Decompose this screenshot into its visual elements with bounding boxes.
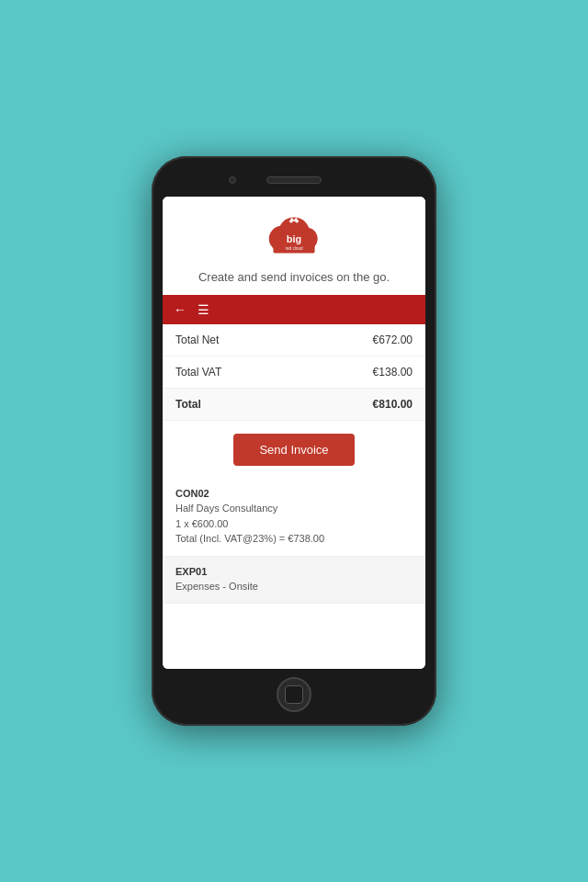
line-item-exp01: EXP01 Expenses - Onsite [163,557,425,605]
total-net-amount: €672.00 [373,334,413,346]
svg-text:red cloud: red cloud [285,246,303,251]
speaker [266,176,322,184]
home-button-inner [285,685,303,704]
total-row: Total €810.00 [163,389,425,421]
total-label: Total [175,398,201,411]
menu-icon[interactable]: ☰ [198,302,209,317]
line-item-desc-exp01: Expenses - Onsite [175,579,413,594]
home-button[interactable] [277,677,311,712]
app-header: big red cloud Create and send invoices o… [163,197,425,295]
total-net-label: Total Net [175,334,219,346]
total-net-row: Total Net €672.00 [163,324,425,356]
send-button-container: Send Invoice [163,421,425,479]
line-item-con02: CON02 Half Days Consultancy1 x €600.00To… [163,479,425,557]
phone-bottom-bar [163,674,425,715]
phone-frame: big red cloud Create and send invoices o… [152,156,436,726]
line-item-desc-con02: Half Days Consultancy1 x €600.00Total (I… [175,501,413,547]
phone-top-bar [163,167,425,193]
total-vat-label: Total VAT [175,366,221,379]
phone-screen: big red cloud Create and send invoices o… [163,197,425,669]
app-tagline: Create and send invoices on the go. [198,269,390,286]
line-item-code-con02: CON02 [175,488,413,499]
app-logo: big red cloud [262,211,326,262]
line-item-code-exp01: EXP01 [175,566,413,577]
camera [229,176,236,184]
total-vat-row: Total VAT €138.00 [163,356,425,389]
send-invoice-button[interactable]: Send Invoice [233,434,354,466]
total-amount: €810.00 [373,398,413,411]
screen-content: big red cloud Create and send invoices o… [163,197,425,669]
navigation-bar: ← ☰ [163,295,425,324]
total-vat-amount: €138.00 [373,366,413,379]
invoice-content: Total Net €672.00 Total VAT €138.00 Tota… [163,324,425,669]
back-icon[interactable]: ← [174,302,187,317]
svg-text:big: big [287,234,301,245]
